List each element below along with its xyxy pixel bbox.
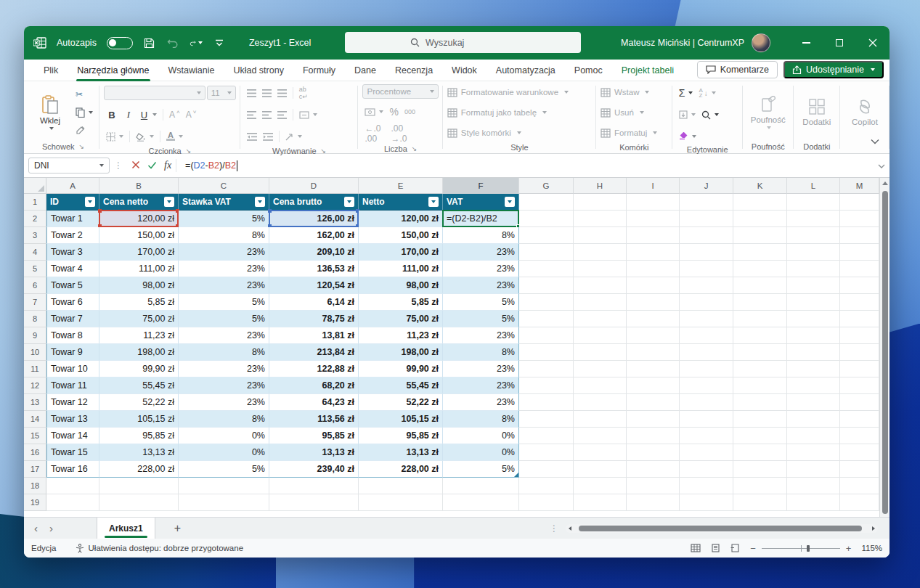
- copilot-button[interactable]: Copilot: [846, 84, 884, 140]
- comments-button[interactable]: Komentarze: [697, 61, 778, 78]
- cell-E1[interactable]: Netto: [359, 194, 443, 211]
- cell-F2[interactable]: =(D2-B2)/B2: [443, 211, 519, 227]
- cell-H17[interactable]: [574, 461, 627, 478]
- column-header-A[interactable]: A: [46, 178, 99, 194]
- font-color-button[interactable]: A: [164, 128, 185, 144]
- cell-A9[interactable]: Towar 8: [46, 327, 99, 344]
- row-header-1[interactable]: 1: [24, 194, 46, 211]
- cell-C13[interactable]: 23%: [179, 394, 269, 411]
- cell-E3[interactable]: 150,00 zł: [359, 227, 443, 244]
- autosum-button[interactable]: Σ: [677, 85, 696, 101]
- cell-F7[interactable]: 5%: [443, 294, 519, 311]
- scroll-up-icon[interactable]: [882, 181, 888, 185]
- row-header-17[interactable]: 17: [24, 461, 46, 478]
- underline-button[interactable]: U: [137, 107, 159, 123]
- cell-H7[interactable]: [574, 294, 627, 311]
- ribbon-tab-automatyzacja[interactable]: Automatyzacja: [487, 60, 565, 81]
- cell-A10[interactable]: Towar 9: [46, 344, 99, 361]
- cell-M15[interactable]: [840, 428, 879, 444]
- increase-font-button[interactable]: A˄: [167, 107, 182, 123]
- cell-G4[interactable]: [519, 244, 574, 261]
- cell-H5[interactable]: [574, 261, 627, 277]
- cell-L4[interactable]: [787, 244, 840, 261]
- cell-M19[interactable]: [840, 494, 879, 511]
- filter-dropdown-icon[interactable]: [255, 197, 265, 207]
- find-select-button[interactable]: [699, 107, 721, 123]
- cell-J15[interactable]: [680, 428, 733, 444]
- cell-K1[interactable]: [733, 194, 787, 211]
- cell-C8[interactable]: 5%: [179, 311, 269, 327]
- cell-H10[interactable]: [574, 344, 627, 361]
- row-header-11[interactable]: 11: [24, 361, 46, 377]
- page-break-view-icon[interactable]: [730, 544, 740, 552]
- cell-L15[interactable]: [787, 428, 840, 444]
- cell-E13[interactable]: 52,22 zł: [359, 394, 443, 411]
- cell-A15[interactable]: Towar 14: [46, 428, 99, 444]
- cell-E18[interactable]: [359, 478, 443, 494]
- cell-D5[interactable]: 136,53 zł: [269, 261, 359, 277]
- cell-J19[interactable]: [680, 494, 733, 511]
- quick-access-toolbar-icon[interactable]: [213, 36, 226, 49]
- cell-D11[interactable]: 122,88 zł: [269, 361, 359, 377]
- cell-styles-button[interactable]: Style komórki: [447, 125, 592, 141]
- decrease-decimal-button[interactable]: .00→.0: [388, 126, 409, 142]
- column-header-D[interactable]: D: [269, 178, 359, 194]
- row-header-4[interactable]: 4: [24, 244, 46, 261]
- cell-D15[interactable]: 95,85 zł: [269, 428, 359, 444]
- cell-J14[interactable]: [680, 411, 733, 428]
- column-header-E[interactable]: E: [359, 178, 443, 194]
- cell-I17[interactable]: [627, 461, 680, 478]
- cell-B1[interactable]: Cena netto: [99, 194, 179, 211]
- cell-C18[interactable]: [179, 478, 269, 494]
- cell-I5[interactable]: [627, 261, 680, 277]
- cell-C2[interactable]: 5%: [179, 211, 269, 227]
- cell-C17[interactable]: 5%: [179, 461, 269, 478]
- cell-H1[interactable]: [574, 194, 627, 211]
- cell-F4[interactable]: 23%: [443, 244, 519, 261]
- cell-H12[interactable]: [574, 377, 627, 394]
- cell-K19[interactable]: [733, 494, 787, 511]
- cell-F5[interactable]: 23%: [443, 261, 519, 277]
- cell-K18[interactable]: [733, 478, 787, 494]
- avatar[interactable]: [752, 33, 770, 52]
- cell-D9[interactable]: 13,81 zł: [269, 327, 359, 344]
- cell-I2[interactable]: [627, 211, 680, 227]
- cell-M10[interactable]: [840, 344, 879, 361]
- account-name[interactable]: Mateusz Miciński | CentrumXP: [621, 38, 744, 48]
- delete-cells-button[interactable]: Usuń: [601, 105, 668, 121]
- wrap-text-button[interactable]: abc↵: [297, 85, 310, 101]
- cell-D3[interactable]: 162,00 zł: [269, 227, 359, 244]
- cell-B16[interactable]: 13,13 zł: [99, 444, 179, 461]
- cell-K11[interactable]: [733, 361, 787, 377]
- cell-B9[interactable]: 11,23 zł: [99, 327, 179, 344]
- cell-J3[interactable]: [680, 227, 733, 244]
- sensitivity-button[interactable]: Poufność: [749, 84, 787, 140]
- cell-M7[interactable]: [840, 294, 879, 311]
- cell-C15[interactable]: 0%: [179, 428, 269, 444]
- cell-F14[interactable]: 8%: [443, 411, 519, 428]
- fill-color-button[interactable]: [134, 128, 156, 144]
- prev-sheet-icon[interactable]: ‹: [34, 522, 38, 534]
- ribbon-tab-układ-strony[interactable]: Układ strony: [224, 60, 293, 81]
- clear-button[interactable]: [677, 128, 699, 144]
- align-right-button[interactable]: [275, 107, 289, 123]
- cell-G17[interactable]: [519, 461, 574, 478]
- cell-M5[interactable]: [840, 261, 879, 277]
- column-header-G[interactable]: G: [519, 178, 574, 194]
- format-cells-button[interactable]: Formatuj: [601, 125, 668, 141]
- cell-H13[interactable]: [574, 394, 627, 411]
- accessibility-status[interactable]: Ułatwienia dostępu: dobrze przygotowane: [89, 544, 244, 552]
- row-header-2[interactable]: 2: [24, 211, 46, 227]
- cell-A3[interactable]: Towar 2: [46, 227, 99, 244]
- cell-B7[interactable]: 5,85 zł: [99, 294, 179, 311]
- cell-A19[interactable]: [46, 494, 99, 511]
- cell-L13[interactable]: [787, 394, 840, 411]
- insert-cells-button[interactable]: Wstaw: [601, 84, 668, 100]
- add-sheet-button[interactable]: +: [174, 522, 181, 535]
- cell-E6[interactable]: 98,00 zł: [359, 277, 443, 294]
- font-size-combo[interactable]: 11: [207, 86, 236, 100]
- merge-center-button[interactable]: [297, 107, 319, 123]
- cell-A14[interactable]: Towar 13: [46, 411, 99, 428]
- confirm-entry-icon[interactable]: [147, 159, 157, 172]
- cell-G2[interactable]: [519, 211, 574, 227]
